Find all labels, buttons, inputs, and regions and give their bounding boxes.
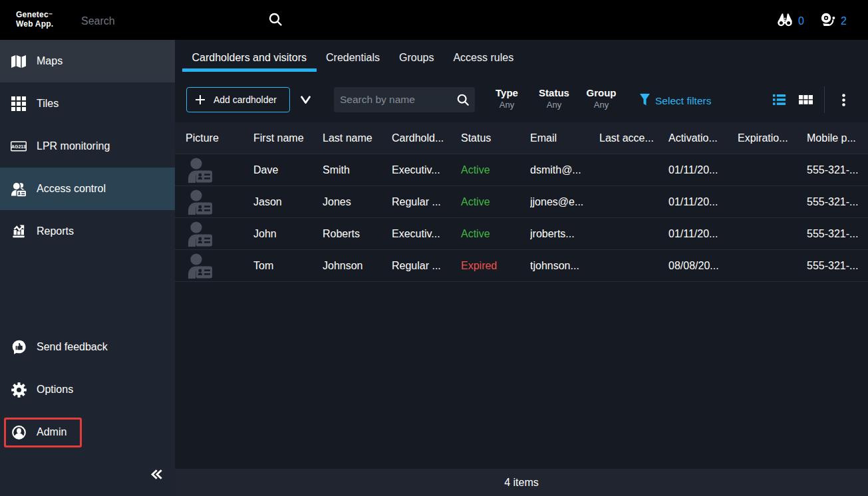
svg-text:AG213: AG213 xyxy=(11,144,26,149)
